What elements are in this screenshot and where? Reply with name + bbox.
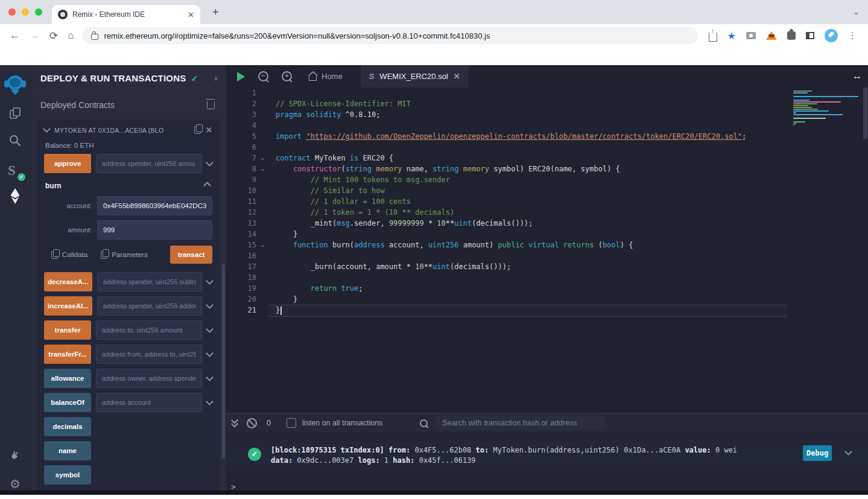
- camera-extension-icon[interactable]: [746, 32, 756, 39]
- fold-chevron-icon[interactable]: ⌄: [260, 240, 266, 250]
- code-editor[interactable]: 1234567⌄8⌄9101112131415⌄161718192021 // …: [226, 87, 868, 414]
- expand-args-chevron-icon[interactable]: [206, 398, 214, 405]
- parameters-action[interactable]: Parameters: [101, 251, 147, 259]
- blue-circle-extension-icon[interactable]: [825, 29, 838, 42]
- field-input-account[interactable]: [97, 196, 212, 215]
- code-line: }: [276, 229, 868, 240]
- copy-address-icon[interactable]: [194, 126, 201, 134]
- expand-args-chevron-icon[interactable]: [206, 349, 214, 357]
- browser-menu-icon[interactable]: ⋮: [848, 30, 857, 41]
- function-button-name[interactable]: name: [44, 441, 91, 460]
- forward-button[interactable]: →: [30, 30, 40, 42]
- debug-button[interactable]: Debug: [803, 445, 832, 461]
- panel-next-arrow-icon[interactable]: ›: [215, 74, 217, 83]
- clear-instances-trash-icon[interactable]: [207, 101, 215, 109]
- tab-wemix-erc20[interactable]: S WEMIX_ERC20.sol ✕: [361, 65, 469, 87]
- expand-args-chevron-icon[interactable]: [206, 159, 214, 167]
- line-number: 21: [226, 305, 256, 316]
- reload-button[interactable]: ⟳: [49, 30, 58, 42]
- calldata-copy-icon[interactable]: [51, 251, 58, 259]
- address-bar[interactable]: remix.ethereum.org/#optimize=false&runs=…: [83, 27, 698, 44]
- expand-args-chevron-icon[interactable]: [206, 325, 214, 333]
- fold-chevron-icon[interactable]: ⌄: [260, 153, 266, 164]
- share-icon[interactable]: [709, 33, 717, 42]
- code-line: pragma solidity ^0.8.10;: [276, 109, 868, 120]
- minimap[interactable]: [793, 89, 861, 127]
- function-button-balanceOf[interactable]: balanceOf: [44, 393, 91, 412]
- deploy-run-panel: DEPLOY & RUN TRANSACTIONS ✓ › Deployed C…: [31, 65, 226, 495]
- function-button-allowance[interactable]: allowance: [44, 369, 91, 388]
- function-args-input-balanceOf[interactable]: [96, 393, 202, 412]
- plugin-manager-icon[interactable]: [0, 450, 30, 462]
- function-button-decreaseAllowance[interactable]: decreaseA...: [44, 272, 92, 291]
- field-input-amount[interactable]: [97, 220, 212, 240]
- solidity-compiler-icon[interactable]: S ✓: [0, 163, 30, 179]
- file-explorer-icon[interactable]: [0, 107, 30, 120]
- extensions-puzzle-icon[interactable]: [787, 31, 796, 40]
- function-row-symbol: symbol: [44, 465, 212, 485]
- clear-console-icon[interactable]: [247, 418, 257, 428]
- remix-logo-icon[interactable]: [0, 75, 30, 94]
- editor-scrollbar[interactable]: [863, 87, 867, 139]
- calldata-action[interactable]: Calldata: [51, 251, 87, 259]
- function-row-decimals: decimals: [44, 417, 212, 436]
- back-button[interactable]: ←: [10, 30, 20, 42]
- minimap-line: [793, 110, 829, 112]
- terminal-search-input[interactable]: [436, 416, 605, 430]
- remove-instance-icon[interactable]: ✕: [206, 126, 212, 135]
- bookmark-star-icon[interactable]: ★: [727, 30, 736, 42]
- expand-handle-icon[interactable]: ↔: [852, 71, 862, 81]
- function-args-input-transfer[interactable]: [96, 320, 202, 340]
- expand-args-chevron-icon[interactable]: [206, 277, 214, 285]
- zoom-in-icon[interactable]: +: [282, 71, 292, 81]
- parameters-copy-icon[interactable]: [101, 251, 107, 259]
- metamask-extension-icon[interactable]: [766, 31, 777, 40]
- file-tab-close-icon[interactable]: ✕: [454, 72, 460, 81]
- listen-checkbox[interactable]: [287, 418, 296, 428]
- transaction-log-row[interactable]: ✓ [block:18975315 txIndex:0] from: 0x4F5…: [226, 440, 868, 471]
- contract-instance-title[interactable]: MYTOKEN AT 0X1DA...ACE0A (BLO: [54, 127, 189, 134]
- home-button[interactable]: ⌂: [68, 30, 74, 42]
- sidebar-split-icon[interactable]: [806, 32, 814, 39]
- new-tab-button[interactable]: +: [212, 7, 219, 17]
- code-line: [276, 87, 868, 98]
- zoom-out-icon[interactable]: −: [258, 71, 268, 81]
- function-button-symbol[interactable]: symbol: [44, 465, 91, 485]
- browser-tab-strip: Remix - Ethereum IDE ✕ + ⌄: [0, 0, 868, 24]
- terminal-prompt[interactable]: >: [231, 482, 236, 491]
- function-button-decimals[interactable]: decimals: [44, 417, 91, 436]
- maximize-window-button[interactable]: [35, 8, 42, 16]
- function-row-name: name: [44, 441, 212, 460]
- function-button-transfer[interactable]: transfer: [44, 320, 91, 340]
- function-args-input-decreaseAllowance[interactable]: [97, 272, 202, 291]
- field-label: amount:: [44, 226, 97, 234]
- function-button-transferFrom[interactable]: transferFr...: [44, 345, 91, 364]
- line-number: 11: [226, 196, 256, 207]
- function-args-input-increaseAllowance[interactable]: [97, 296, 202, 316]
- code-line: constructor(string memory name, string m…: [276, 164, 868, 174]
- tab-search-chevron-icon[interactable]: ⌄: [853, 7, 860, 16]
- expand-args-chevron-icon[interactable]: [206, 373, 214, 381]
- deploy-run-icon[interactable]: [0, 188, 30, 204]
- function-button-approve[interactable]: approve: [44, 154, 91, 173]
- settings-gear-icon[interactable]: ⚙: [0, 477, 30, 491]
- function-args-input-transferFrom[interactable]: [96, 345, 202, 364]
- search-icon[interactable]: [0, 134, 30, 147]
- expand-args-chevron-icon[interactable]: [206, 301, 214, 309]
- transact-button[interactable]: transact: [170, 246, 212, 264]
- minimize-window-button[interactable]: [22, 8, 29, 16]
- panel-scrollbar[interactable]: [222, 264, 225, 459]
- run-script-play-icon[interactable]: [237, 72, 245, 81]
- function-args-input-approve[interactable]: [96, 154, 202, 173]
- function-button-increaseAllowance[interactable]: increaseAl...: [44, 296, 92, 316]
- tab-close-icon[interactable]: ✕: [188, 10, 194, 19]
- fold-chevron-icon[interactable]: ⌄: [260, 164, 266, 174]
- close-window-button[interactable]: [8, 8, 16, 16]
- minimap-line: [793, 96, 858, 97]
- collapse-terminal-icon[interactable]: [232, 420, 237, 427]
- browser-tab[interactable]: Remix - Ethereum IDE ✕: [52, 5, 200, 24]
- code-line: _burn(account, amount * 10**uint(decimal…: [276, 261, 868, 272]
- function-args-input-allowance[interactable]: [96, 369, 202, 388]
- contract-collapse-chevron-icon[interactable]: [43, 125, 51, 133]
- tab-home[interactable]: Home: [309, 72, 343, 81]
